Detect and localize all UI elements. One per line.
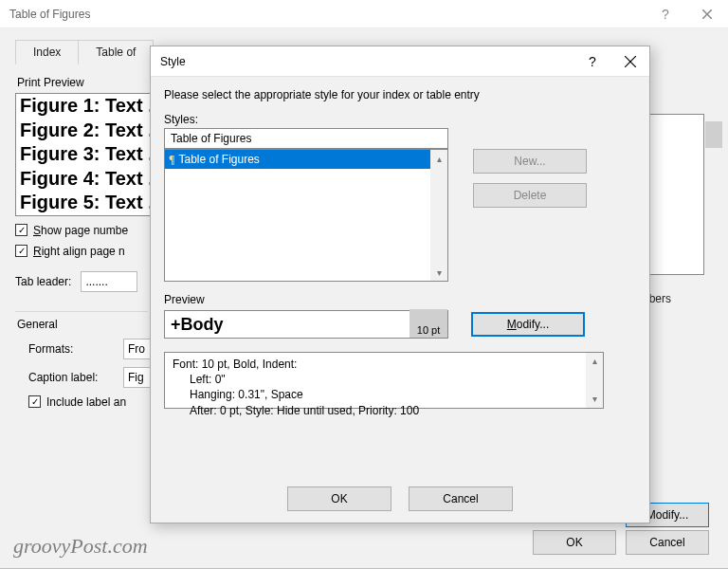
paragraph-mark-icon: ¶ xyxy=(169,153,174,167)
show-page-numbers-label: Show page numbe xyxy=(33,224,128,237)
desc-line: Left: 0" xyxy=(173,372,584,387)
preview-body-text: +Body xyxy=(171,315,224,335)
include-label-text: Include label an xyxy=(46,395,126,409)
formats-label: Formats: xyxy=(28,342,114,356)
preview-point-size: 10 pt xyxy=(410,309,447,338)
scroll-up-icon[interactable]: ▴ xyxy=(586,353,603,370)
tab-leader-label: Tab leader: xyxy=(15,275,71,288)
caption-label-label: Caption label: xyxy=(28,371,114,384)
show-page-numbers-checkbox[interactable]: ✓ xyxy=(15,224,27,236)
style-modify-button[interactable]: Modify... xyxy=(471,312,585,337)
parent-ok-button[interactable]: OK xyxy=(533,530,616,555)
style-close-button[interactable] xyxy=(611,46,649,77)
close-button[interactable] xyxy=(686,0,728,28)
desc-line: After: 0 pt, Style: Hide until used, Pri… xyxy=(173,403,584,418)
desc-scrollbar[interactable]: ▴ ▾ xyxy=(586,353,603,408)
scroll-up-icon[interactable]: ▴ xyxy=(430,150,447,167)
style-ok-button[interactable]: OK xyxy=(287,486,391,511)
tab-table-of[interactable]: Table of xyxy=(78,40,154,64)
parent-title: Table of Figures xyxy=(0,8,90,21)
watermark: groovyPost.com xyxy=(13,534,148,559)
style-instruction: Please select the appropriate style for … xyxy=(164,88,636,101)
new-style-button[interactable]: New... xyxy=(473,149,587,174)
styles-label: Styles: xyxy=(164,113,636,126)
style-dialog: Style ? Please select the appropriate st… xyxy=(150,46,650,523)
right-align-label: Right align page n xyxy=(33,245,125,258)
right-align-checkbox[interactable]: ✓ xyxy=(15,245,27,257)
styles-list-item-selected[interactable]: ¶ Table of Figures xyxy=(165,150,447,169)
delete-style-button[interactable]: Delete xyxy=(473,183,587,208)
parent-titlebar[interactable]: Table of Figures ? xyxy=(0,0,728,28)
parent-cancel-button[interactable]: Cancel xyxy=(626,530,709,555)
style-title: Style xyxy=(151,55,186,68)
styles-listbox[interactable]: ¶ Table of Figures ▴ ▾ xyxy=(164,149,448,282)
style-help-button[interactable]: ? xyxy=(573,54,611,69)
tab-index[interactable]: Index xyxy=(15,40,79,64)
help-button[interactable]: ? xyxy=(645,0,686,28)
style-preview-box: +Body 10 pt xyxy=(164,310,448,339)
scroll-down-icon[interactable]: ▾ xyxy=(430,264,447,281)
web-preview-scrollbar[interactable] xyxy=(705,114,722,275)
desc-line: Hanging: 0.31", Space xyxy=(173,387,584,402)
include-label-checkbox[interactable]: ✓ xyxy=(28,395,41,408)
style-cancel-button[interactable]: Cancel xyxy=(409,486,513,511)
style-titlebar[interactable]: Style ? xyxy=(151,46,649,77)
tab-leader-dropdown[interactable]: ....... xyxy=(81,271,137,292)
style-description-box: Font: 10 pt, Bold, Indent: Left: 0" Hang… xyxy=(164,352,604,409)
scroll-down-icon[interactable]: ▾ xyxy=(586,391,603,408)
styles-list-scrollbar[interactable]: ▴ ▾ xyxy=(430,150,447,281)
desc-line: Font: 10 pt, Bold, Indent: xyxy=(173,357,584,372)
style-preview-label: Preview xyxy=(164,293,636,306)
styles-name-input[interactable] xyxy=(164,128,448,149)
